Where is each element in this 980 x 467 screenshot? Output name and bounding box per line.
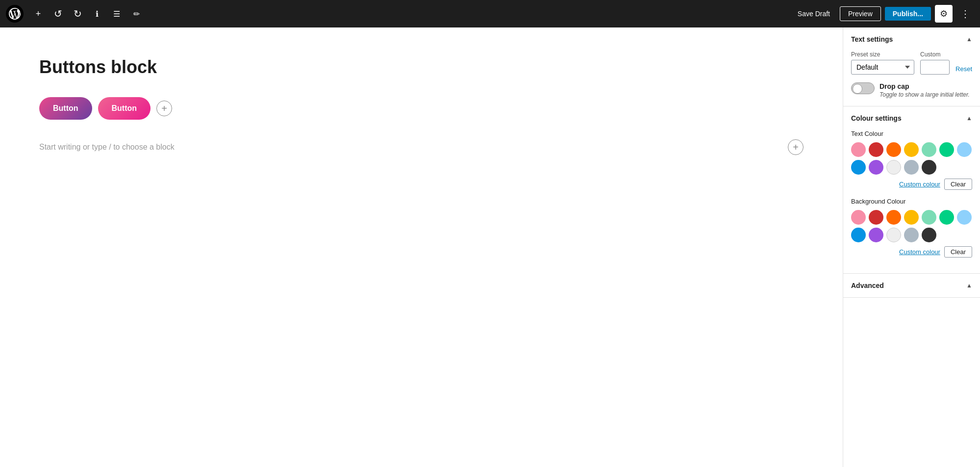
preset-custom-row: Preset size Default Small Normal Large H… xyxy=(851,51,972,75)
ellipsis-icon: ⋮ xyxy=(960,8,970,20)
text-settings-content: Preset size Default Small Normal Large H… xyxy=(843,51,980,106)
plus-icon: + xyxy=(161,103,167,114)
editor-canvas: Buttons block Button Button + Start writ… xyxy=(0,27,843,467)
preset-size-select[interactable]: Default Small Normal Large Huge xyxy=(851,60,914,75)
main-area: Buttons block Button Button + Start writ… xyxy=(0,27,980,467)
colour-swatch-very-dark-gray[interactable] xyxy=(922,228,936,242)
drop-cap-label-group: Drop cap Toggle to show a large initial … xyxy=(879,82,970,98)
buttons-block: Button Button + xyxy=(39,97,804,120)
add-button-block[interactable]: + xyxy=(156,101,172,116)
advanced-chevron: ▲ xyxy=(966,282,972,289)
background-colour-actions: Custom colour Clear xyxy=(851,246,972,258)
preview-button[interactable]: Preview xyxy=(840,6,881,21)
text-clear-button[interactable]: Clear xyxy=(944,179,972,190)
reset-button[interactable]: Reset xyxy=(955,63,972,75)
colour-swatch-very-dark-gray[interactable] xyxy=(922,160,936,175)
drop-cap-description: Toggle to show a large initial letter. xyxy=(879,91,970,98)
undo-button[interactable]: ↺ xyxy=(49,5,67,23)
tools-button[interactable]: ✏ xyxy=(127,5,145,23)
colour-swatch-luminous-vivid-amber[interactable] xyxy=(904,142,919,157)
custom-size-input[interactable] xyxy=(920,60,950,75)
colour-swatch-vivid-cyan-blue[interactable] xyxy=(851,160,866,175)
colour-swatch-vivid-cyan-blue[interactable] xyxy=(851,228,866,242)
start-writing-add-button[interactable]: + xyxy=(788,139,804,155)
drop-cap-track[interactable] xyxy=(851,82,875,94)
redo-button[interactable]: ↻ xyxy=(69,5,86,23)
preset-size-group: Preset size Default Small Normal Large H… xyxy=(851,51,914,75)
text-custom-colour-button[interactable]: Custom colour xyxy=(899,181,940,188)
colour-swatch-cyan-bluish-gray[interactable] xyxy=(904,228,919,242)
colour-swatch-luminous-vivid-orange[interactable] xyxy=(886,210,901,225)
colour-swatch-vivid-red[interactable] xyxy=(869,142,883,157)
colour-swatch-vivid-green-cyan[interactable] xyxy=(939,210,954,225)
colour-swatch-vivid-green-cyan[interactable] xyxy=(939,142,954,157)
text-colour-actions: Custom colour Clear xyxy=(851,179,972,190)
colour-swatch-pale-cyan-blue[interactable] xyxy=(957,210,972,225)
colour-swatch-vivid-purple[interactable] xyxy=(869,160,883,175)
publish-button[interactable]: Publish... xyxy=(885,7,931,21)
custom-size-label: Custom xyxy=(920,51,950,58)
colour-swatch-light-green-cyan[interactable] xyxy=(922,142,936,157)
background-colour-subsection: Background Colour Custom colour Clear xyxy=(851,198,972,258)
text-settings-chevron: ▲ xyxy=(966,36,972,43)
settings-button[interactable]: ⚙ xyxy=(935,5,953,23)
colour-swatch-luminous-vivid-orange[interactable] xyxy=(886,142,901,157)
colour-swatch-very-light-gray[interactable] xyxy=(886,160,901,175)
wordpress-logo xyxy=(6,5,24,23)
background-colour-label: Background Colour xyxy=(851,198,972,205)
drop-cap-row: Drop cap Toggle to show a large initial … xyxy=(851,82,972,98)
save-draft-button[interactable]: Save Draft xyxy=(792,7,836,21)
text-colour-label: Text Colour xyxy=(851,130,972,137)
colour-settings-header[interactable]: Colour settings ▲ xyxy=(843,106,980,130)
button-1[interactable]: Button xyxy=(39,97,92,120)
colour-settings-panel: Colour settings ▲ Text Colour Custom col… xyxy=(843,106,980,274)
background-colour-swatches xyxy=(851,210,972,242)
info-button[interactable]: ℹ xyxy=(88,5,106,23)
post-title[interactable]: Buttons block xyxy=(39,57,804,78)
list-view-button[interactable]: ☰ xyxy=(108,5,126,23)
gear-icon: ⚙ xyxy=(940,8,948,19)
start-writing-placeholder: Start writing or type / to choose a bloc… xyxy=(39,143,175,152)
colour-settings-chevron: ▲ xyxy=(966,115,972,122)
text-settings-panel: Text settings ▲ Preset size Default Smal… xyxy=(843,27,980,106)
colour-settings-title: Colour settings xyxy=(851,114,902,122)
text-colour-swatches xyxy=(851,142,972,175)
colour-swatch-vivid-red[interactable] xyxy=(869,210,883,225)
plus-circle-icon: + xyxy=(793,142,799,153)
text-settings-title: Text settings xyxy=(851,35,893,43)
advanced-header[interactable]: Advanced ▲ xyxy=(843,274,980,297)
drop-cap-toggle[interactable] xyxy=(851,82,875,94)
button-2[interactable]: Button xyxy=(98,97,151,120)
colour-swatch-pale-pink[interactable] xyxy=(851,142,866,157)
colour-swatch-light-green-cyan[interactable] xyxy=(922,210,936,225)
colour-swatch-pale-pink[interactable] xyxy=(851,210,866,225)
toolbar-right: Save Draft Preview Publish... ⚙ ⋮ xyxy=(792,5,974,23)
bg-custom-colour-button[interactable]: Custom colour xyxy=(899,248,940,256)
colour-settings-content: Text Colour Custom colour Clear Backgrou… xyxy=(843,130,980,273)
custom-size-group: Custom xyxy=(920,51,950,75)
colour-swatch-very-light-gray[interactable] xyxy=(886,228,901,242)
text-settings-header[interactable]: Text settings ▲ xyxy=(843,27,980,51)
text-colour-subsection: Text Colour Custom colour Clear xyxy=(851,130,972,190)
add-block-toolbar-button[interactable]: + xyxy=(29,5,47,23)
advanced-panel: Advanced ▲ xyxy=(843,274,980,298)
advanced-title: Advanced xyxy=(851,282,884,289)
bg-clear-button[interactable]: Clear xyxy=(944,246,972,258)
preset-size-label: Preset size xyxy=(851,51,914,58)
colour-swatch-pale-cyan-blue[interactable] xyxy=(957,142,972,157)
toolbar: + ↺ ↻ ℹ ☰ ✏ Save Draft Preview Publish..… xyxy=(0,0,980,27)
colour-swatch-luminous-vivid-amber[interactable] xyxy=(904,210,919,225)
sidebar: Text settings ▲ Preset size Default Smal… xyxy=(843,27,980,467)
more-options-button[interactable]: ⋮ xyxy=(956,5,974,23)
colour-swatch-cyan-bluish-gray[interactable] xyxy=(904,160,919,175)
colour-swatch-vivid-purple[interactable] xyxy=(869,228,883,242)
start-writing-area[interactable]: Start writing or type / to choose a bloc… xyxy=(39,139,804,155)
drop-cap-label: Drop cap xyxy=(879,82,970,90)
